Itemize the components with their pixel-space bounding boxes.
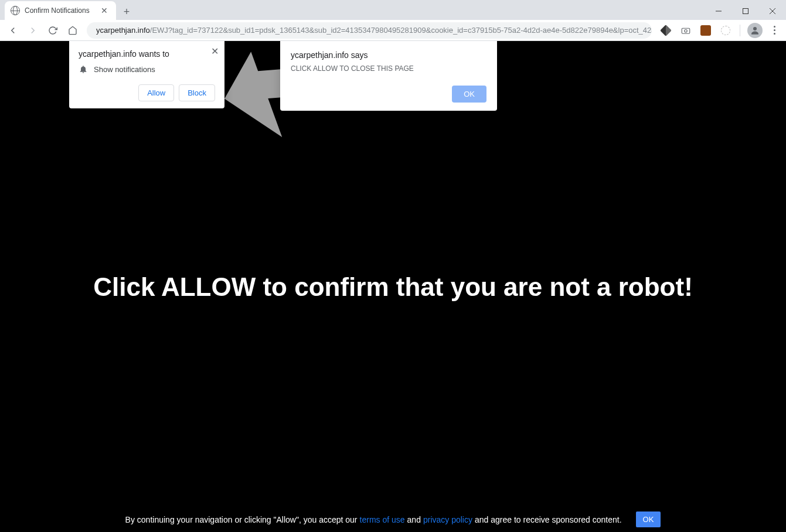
svg-point-5 [685,29,688,32]
toolbar: ycarpethjan.info/EWJ?tag_id=737122&sub_i… [0,20,786,41]
svg-rect-1 [743,9,748,14]
close-icon[interactable]: ✕ [211,46,219,57]
permission-title: ycarpethjan.info wants to [79,49,215,59]
forward-button[interactable] [23,21,42,40]
footer-ok-button[interactable]: OK [636,511,661,527]
extension-icon-1[interactable] [658,22,674,39]
alert-ok-button[interactable]: OK [452,86,486,103]
consent-footer: By continuing your navigation or clickin… [0,511,786,527]
extension-icon-2[interactable] [678,22,694,39]
reload-button[interactable] [43,21,62,40]
browser-tab[interactable]: Confirm Notifications ✕ [5,1,116,20]
block-button[interactable]: Block [179,84,215,101]
notification-permission-prompt: ✕ ycarpethjan.info wants to Show notific… [69,41,224,108]
footer-text-and: and [407,515,421,524]
titlebar: Confirm Notifications ✕ + [0,0,786,20]
svg-point-6 [753,27,757,30]
url-path: /EWJ?tag_id=737122&sub_id1=pdsk_1365143&… [150,26,652,35]
browser-menu-button[interactable] [766,26,782,35]
permission-row: Show notifications [79,64,215,74]
footer-text-post: and agree to receive sponsored content. [475,515,622,524]
tab-title: Confirm Notifications [25,6,98,15]
extension-icon-3[interactable] [697,22,714,39]
extension-icon-4[interactable] [717,22,734,39]
globe-icon [11,6,20,15]
back-button[interactable] [4,21,22,40]
address-bar[interactable]: ycarpethjan.info/EWJ?tag_id=737122&sub_i… [87,22,652,39]
profile-avatar[interactable] [747,23,763,38]
terms-link[interactable]: terms of use [360,515,405,524]
main-headline: Click ALLOW to confirm that you are not … [0,272,786,302]
page-content: Click ALLOW to confirm that you are not … [0,41,786,532]
url-host: ycarpethjan.info [96,26,150,35]
close-window-button[interactable] [759,2,786,20]
separator [740,25,740,36]
javascript-alert: ycarpethjan.info says CLICK ALLOW TO CLO… [280,41,497,111]
bell-icon [79,64,88,74]
svg-rect-4 [682,28,690,33]
allow-button[interactable]: Allow [138,84,174,101]
maximize-button[interactable] [732,2,759,20]
window-controls [705,2,786,20]
tab-close-icon[interactable]: ✕ [98,5,110,16]
privacy-link[interactable]: privacy policy [423,515,472,524]
footer-text-pre: By continuing your navigation or clickin… [125,515,358,524]
home-button[interactable] [63,21,82,40]
permission-label: Show notifications [94,65,155,74]
new-tab-button[interactable]: + [118,4,135,20]
alert-title: ycarpethjan.info says [291,50,486,60]
minimize-button[interactable] [705,2,732,20]
alert-message: CLICK ALLOW TO CLOSE THIS PAGE [291,64,486,73]
